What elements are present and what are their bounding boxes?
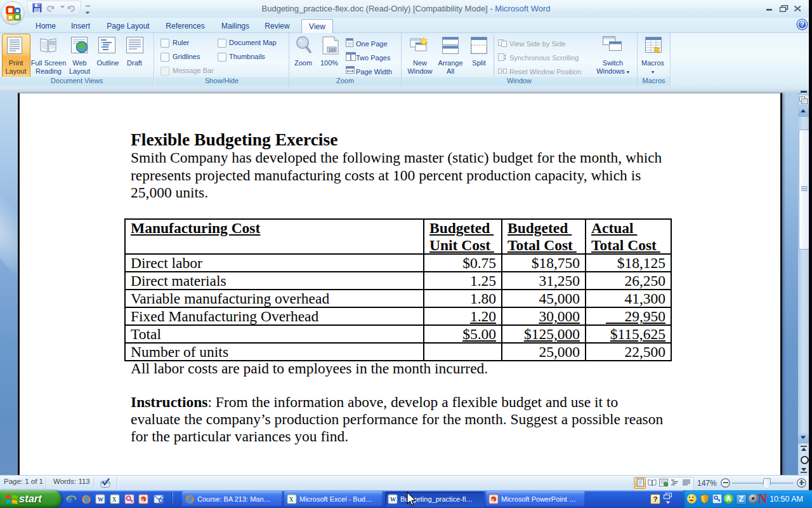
svg-text:X: X [112,497,117,503]
svg-text:P: P [141,497,143,502]
svg-text:100: 100 [329,48,336,52]
svg-text:P: P [491,497,494,502]
svg-text:W: W [390,497,396,503]
svg-text:W: W [98,497,104,503]
svg-text:X: X [289,497,294,503]
